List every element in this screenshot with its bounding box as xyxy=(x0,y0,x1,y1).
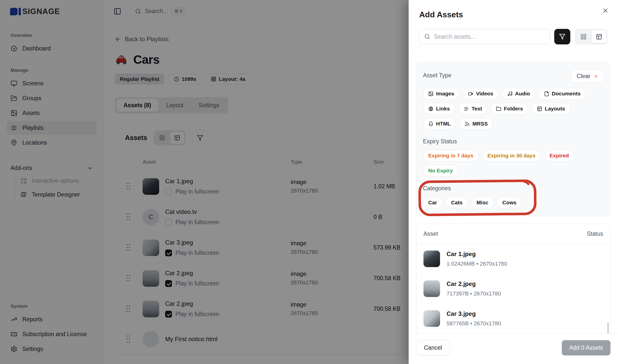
asset-thumbnail xyxy=(423,251,440,267)
asset-type-label: Asset Type xyxy=(423,72,451,79)
clear-filters-button[interactable]: Clear xyxy=(571,70,604,83)
expiry-chip-no-expiry[interactable]: No Expiry xyxy=(423,165,458,176)
panel-view-toggle xyxy=(575,29,607,44)
asset-type-chip-layouts[interactable]: Layouts xyxy=(532,103,570,114)
expiry-chip-7-days[interactable]: Expiring in 7 days xyxy=(423,150,479,161)
categories-label: Categories xyxy=(423,185,451,192)
add-assets-button[interactable]: Add 0 Assets xyxy=(562,340,610,355)
column-header-asset: Asset xyxy=(423,230,438,237)
expiry-status-label: Expiry Status xyxy=(423,138,457,145)
asset-type-chip-mrss[interactable]: MRSS xyxy=(459,118,493,130)
category-chip-cats[interactable]: Cats xyxy=(446,197,468,208)
asset-thumbnail xyxy=(423,310,440,327)
asset-type-chip-audio[interactable]: Audio xyxy=(502,88,535,99)
category-chip-cows[interactable]: Cows xyxy=(497,197,522,208)
asset-type-chip-folders[interactable]: Folders xyxy=(491,103,528,114)
panel-title: Add Assets xyxy=(419,10,612,19)
expiry-chip-30-days[interactable]: Expiring in 30 days xyxy=(482,150,541,161)
asset-type-chip-images[interactable]: Images xyxy=(423,88,459,99)
close-icon xyxy=(593,74,598,79)
asset-thumbnail xyxy=(423,280,440,297)
close-icon[interactable] xyxy=(601,6,610,15)
asset-type-chip-html[interactable]: HTML xyxy=(423,118,456,130)
search-icon xyxy=(424,33,430,40)
cancel-button[interactable]: Cancel xyxy=(416,340,450,355)
column-header-status: Status xyxy=(587,230,603,237)
asset-type-chip-links[interactable]: Links xyxy=(423,103,455,114)
add-assets-panel: Add Assets Asset Type Clear Images Video… xyxy=(409,0,618,364)
list-item[interactable]: Car 2.jpeg 717397B • 2670x1780 xyxy=(416,274,610,304)
panel-footer: Cancel Add 0 Assets xyxy=(409,333,618,364)
list-item[interactable]: Car 3.jpeg 587765B • 2670x1780 xyxy=(416,304,610,334)
category-chip-misc[interactable]: Misc xyxy=(471,197,494,208)
asset-type-chip-videos[interactable]: Videos xyxy=(463,88,498,99)
asset-type-chip-text[interactable]: Text xyxy=(459,103,487,114)
grid-view-button[interactable] xyxy=(576,30,591,43)
list-item[interactable]: Car 1.jpeg 1.02426MB • 2670x1780 xyxy=(416,244,610,274)
categories-section: Categories Car Cats Misc Cows xyxy=(423,185,533,208)
panel-filter-button[interactable] xyxy=(554,29,570,44)
asset-type-chip-documents[interactable]: Documents xyxy=(539,88,586,99)
filters-card: Asset Type Clear Images Videos Audio Doc… xyxy=(416,62,610,216)
asset-search-input[interactable] xyxy=(434,33,545,40)
table-view-button[interactable] xyxy=(592,30,606,43)
category-chip-car[interactable]: Car xyxy=(423,197,442,208)
asset-search-box xyxy=(419,29,550,44)
expiry-chip-expired[interactable]: Expired xyxy=(544,150,574,161)
